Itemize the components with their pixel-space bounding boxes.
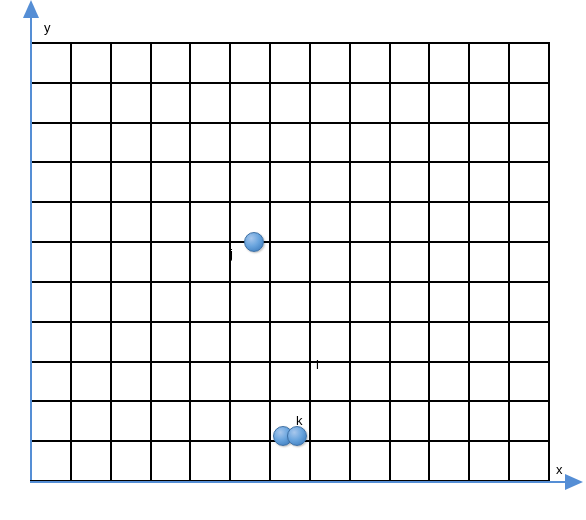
- grid-cell: [190, 162, 230, 202]
- grid-cell: [270, 43, 310, 83]
- grid-cell: [390, 322, 430, 362]
- grid-cell: [429, 322, 469, 362]
- grid-cell: [270, 202, 310, 242]
- grid-cell: [31, 242, 71, 282]
- grid-cell: [270, 83, 310, 123]
- grid-cell: [469, 362, 509, 402]
- chart-canvas: y x j i k: [0, 0, 586, 520]
- grid-cell: [350, 401, 390, 441]
- grid-cell: [190, 83, 230, 123]
- grid-cell: [71, 322, 111, 362]
- grid-cell: [509, 123, 549, 163]
- grid-cell: [230, 441, 270, 481]
- grid-cell: [151, 282, 191, 322]
- grid-cell: [190, 362, 230, 402]
- grid-cell: [469, 202, 509, 242]
- grid-cell: [390, 43, 430, 83]
- grid: [30, 42, 550, 482]
- grid-cell: [151, 43, 191, 83]
- grid-cell: [31, 123, 71, 163]
- grid-cell: [390, 202, 430, 242]
- grid-cell: [350, 322, 390, 362]
- grid-cell: [429, 83, 469, 123]
- grid-cell: [429, 123, 469, 163]
- grid-cell: [230, 362, 270, 402]
- grid-cell: [350, 162, 390, 202]
- grid-cell: [31, 83, 71, 123]
- grid-cell: [151, 83, 191, 123]
- grid-cell: [111, 242, 151, 282]
- grid-cell: [469, 401, 509, 441]
- grid-cell: [190, 441, 230, 481]
- grid-cell: [111, 322, 151, 362]
- arrow-right-icon: [565, 474, 583, 490]
- grid-cell: [390, 242, 430, 282]
- grid-cell: [71, 242, 111, 282]
- grid-cell: [230, 123, 270, 163]
- grid-cell: [390, 162, 430, 202]
- grid-cell: [270, 362, 310, 402]
- grid-cell: [390, 282, 430, 322]
- point-k-marker: [287, 426, 307, 446]
- grid-cell: [31, 282, 71, 322]
- grid-cell: [429, 162, 469, 202]
- grid-cell: [429, 242, 469, 282]
- grid-cell: [469, 322, 509, 362]
- grid-cell: [230, 43, 270, 83]
- grid-cell: [390, 401, 430, 441]
- grid-cell: [230, 83, 270, 123]
- grid-cell: [111, 83, 151, 123]
- grid-cell: [71, 162, 111, 202]
- grid-cell: [230, 401, 270, 441]
- grid-cell: [469, 43, 509, 83]
- grid-cell: [350, 202, 390, 242]
- y-axis-label: y: [44, 20, 51, 35]
- grid-cell: [509, 162, 549, 202]
- grid-cell: [190, 282, 230, 322]
- grid-cell: [429, 401, 469, 441]
- grid-cell: [270, 322, 310, 362]
- grid-cell: [151, 123, 191, 163]
- grid-cell: [310, 441, 350, 481]
- grid-cell: [31, 441, 71, 481]
- grid-cell: [469, 282, 509, 322]
- grid-cell: [509, 83, 549, 123]
- grid-cell: [429, 43, 469, 83]
- grid-cell: [509, 242, 549, 282]
- grid-cell: [509, 441, 549, 481]
- grid-cell: [71, 362, 111, 402]
- grid-cell: [31, 362, 71, 402]
- grid-cell: [151, 202, 191, 242]
- grid-cell: [31, 401, 71, 441]
- grid-cell: [111, 202, 151, 242]
- grid-cell: [310, 83, 350, 123]
- grid-cell: [151, 322, 191, 362]
- grid-cell: [190, 322, 230, 362]
- grid-cell: [429, 202, 469, 242]
- grid-cell: [151, 441, 191, 481]
- grid-cell: [270, 441, 310, 481]
- grid-cell: [350, 83, 390, 123]
- grid-cell: [310, 123, 350, 163]
- grid-cell: [469, 83, 509, 123]
- grid-cell: [111, 123, 151, 163]
- grid-cell: [509, 362, 549, 402]
- grid-cell: [350, 242, 390, 282]
- grid-cell: [151, 401, 191, 441]
- grid-cell: [190, 123, 230, 163]
- point-k-label: k: [296, 413, 303, 428]
- grid-cell: [151, 362, 191, 402]
- grid-cell: [151, 242, 191, 282]
- grid-cell: [469, 162, 509, 202]
- grid-cell: [71, 282, 111, 322]
- point-j-label: j: [230, 246, 233, 261]
- grid-cell: [71, 43, 111, 83]
- grid-cell: [509, 401, 549, 441]
- grid-cell: [270, 242, 310, 282]
- grid-cell: [310, 202, 350, 242]
- grid-cell: [71, 202, 111, 242]
- grid-cell: [190, 242, 230, 282]
- grid-cell: [509, 322, 549, 362]
- grid-cell: [350, 441, 390, 481]
- grid-cell: [31, 322, 71, 362]
